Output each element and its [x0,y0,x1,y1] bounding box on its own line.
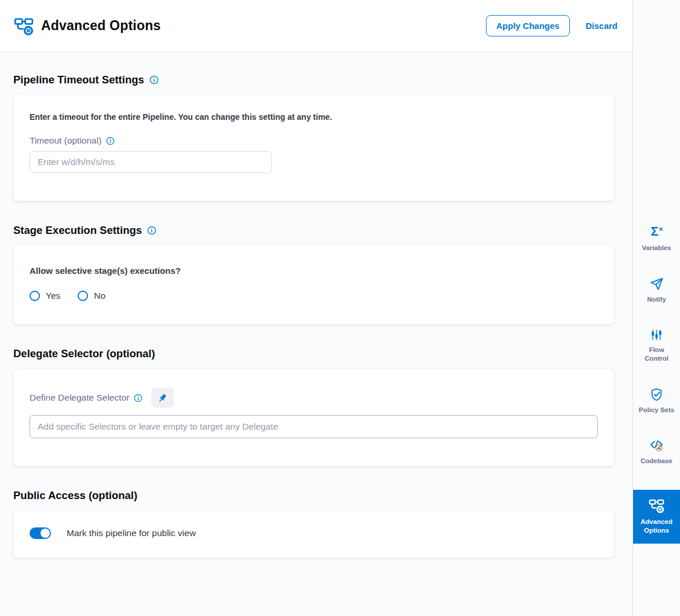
sidebar-item-label: Codebase [641,457,672,465]
right-sidebar: Σ× Variables Notify [633,0,680,616]
sidebar-item-advanced-options[interactable]: Advanced Options [633,490,680,544]
selective-stage-radio-group: Yes No [30,291,598,301]
public-view-toggle-label: Mark this pipeline for public view [67,528,196,538]
info-icon[interactable] [149,75,159,85]
delegate-section-heading: Delegate Selector (optional) [13,347,614,360]
apply-changes-button[interactable]: Apply Changes [486,15,570,36]
flow-control-icon [650,328,663,342]
info-icon[interactable] [106,137,115,145]
sidebar-item-label: Flow Control [637,346,677,363]
selective-stage-question: Allow selective stage(s) executions? [30,266,598,276]
policy-sets-icon [649,387,664,402]
radio-option-no[interactable]: No [78,291,105,301]
info-icon[interactable] [147,226,156,235]
delegate-heading-text: Delegate Selector (optional) [13,347,155,360]
timeout-section-heading: Pipeline Timeout Settings [13,74,614,86]
sidebar-item-notify[interactable]: Notify [633,277,680,304]
delegate-label-text: Define Delegate Selector [30,393,129,403]
pipeline-gear-icon [14,16,34,36]
codebase-icon [649,439,664,453]
radio-option-yes[interactable]: Yes [30,291,60,301]
public-access-section-heading: Public Access (optional) [13,489,614,502]
advanced-options-icon [649,498,664,514]
page-title: Advanced Options [41,18,160,34]
radio-label: No [94,291,105,301]
sidebar-item-label: Advanced Options [637,518,677,535]
advanced-options-content: Pipeline Timeout Settings Enter a timeou… [0,52,633,616]
sigma-x-glyph: × [659,225,663,233]
public-view-toggle[interactable] [30,527,51,539]
public-view-toggle-row: Mark this pipeline for public view [30,527,598,539]
sidebar-item-flow-control[interactable]: Flow Control [633,328,680,363]
stage-execution-card: Allow selective stage(s) executions? Yes… [13,245,614,324]
radio-label: Yes [46,291,60,301]
timeout-description: Enter a timeout for the entire Pipeline.… [30,112,598,122]
timeout-card: Enter a timeout for the entire Pipeline.… [13,95,614,201]
public-access-heading-text: Public Access (optional) [13,489,137,502]
radio-button-icon[interactable] [30,291,40,301]
pin-button[interactable] [151,388,174,408]
sidebar-item-codebase[interactable]: Codebase [633,439,680,465]
stage-execution-heading-text: Stage Execution Settings [13,224,142,237]
timeout-input[interactable] [30,151,272,173]
toggle-knob [41,529,50,538]
delegate-card: Define Delegate Selector [13,369,614,466]
sidebar-item-label: Variables [642,244,671,252]
timeout-field-label: Timeout (optional) [30,135,598,146]
variables-icon: Σ× [650,225,662,240]
notify-icon [649,277,664,291]
info-icon[interactable] [134,394,142,402]
timeout-label-text: Timeout (optional) [30,135,101,146]
main-panel: Advanced Options Apply Changes Discard P… [0,0,633,616]
delegate-field-label: Define Delegate Selector [30,393,142,403]
radio-button-icon[interactable] [78,291,88,301]
sidebar-item-policy-sets[interactable]: Policy Sets [633,387,680,415]
stage-execution-section-heading: Stage Execution Settings [13,224,614,237]
discard-button[interactable]: Discard [586,21,617,31]
sidebar-item-label: Policy Sets [639,406,674,415]
sigma-glyph: Σ [650,225,658,239]
timeout-heading-text: Pipeline Timeout Settings [13,74,144,86]
sidebar-item-label: Notify [647,295,666,304]
sidebar-item-variables[interactable]: Σ× Variables [633,225,680,252]
pin-icon [157,393,168,404]
public-access-card: Mark this pipeline for public view [13,511,614,558]
header-actions: Apply Changes Discard [486,15,617,36]
header-bar: Advanced Options Apply Changes Discard [0,0,633,52]
sidebar-nav: Σ× Variables Notify [633,225,680,544]
delegate-label-row: Define Delegate Selector [30,388,598,408]
delegate-selector-input[interactable] [30,415,598,438]
